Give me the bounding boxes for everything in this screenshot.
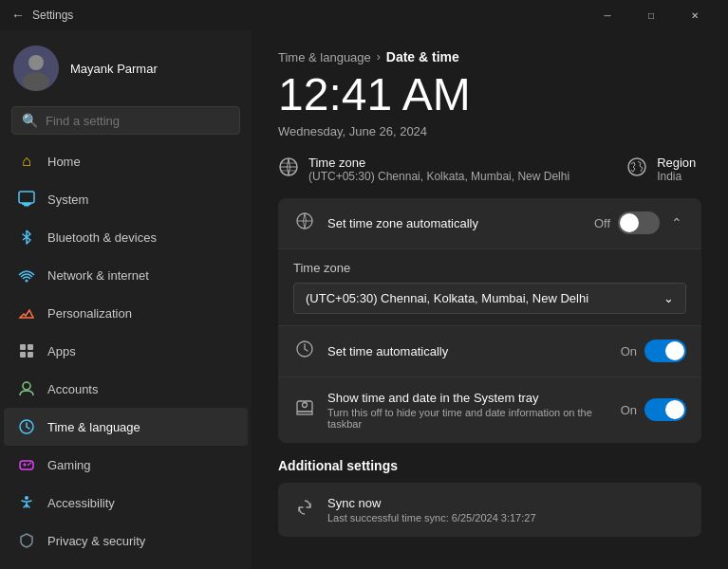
sidebar-nav: ⌂ Home System Bluetooth & devices Netwo [0, 142, 252, 569]
set-timezone-auto-status: Off [594, 216, 610, 230]
sidebar-item-label: Privacy & security [47, 534, 145, 548]
timezone-dropdown[interactable]: (UTC+05:30) Chennai, Kolkata, Mumbai, Ne… [293, 283, 686, 314]
search-icon: 🔍 [22, 113, 38, 128]
avatar [13, 46, 59, 91]
sidebar-item-label: Time & language [47, 420, 140, 434]
maximize-button[interactable]: □ [629, 0, 673, 30]
minimize-button[interactable]: ─ [586, 0, 629, 30]
system-icon [17, 190, 36, 209]
svg-point-23 [303, 402, 308, 407]
set-timezone-auto-control: Off ⌃ [594, 211, 686, 234]
svg-rect-4 [24, 205, 29, 207]
svg-point-11 [23, 382, 30, 390]
set-time-auto-status: On [621, 344, 637, 358]
svg-point-2 [23, 72, 49, 91]
svg-rect-5 [22, 203, 31, 205]
titlebar: ← Settings ─ □ ✕ [0, 0, 728, 30]
content-area: Time & language › Date & time 12:41 AM W… [252, 30, 728, 569]
sidebar-item-gaming[interactable]: Gaming [4, 446, 248, 484]
region-label: Region [657, 156, 696, 170]
accounts-icon [17, 379, 36, 398]
current-date-display: Wednesday, June 26, 2024 [278, 124, 701, 138]
svg-point-6 [26, 280, 28, 283]
set-timezone-auto-chevron[interactable]: ⌃ [667, 213, 686, 232]
sync-icon [293, 498, 316, 522]
sidebar-item-label: Apps [47, 344, 76, 358]
show-systray-label: Show time and date in the System tray [327, 391, 609, 405]
user-name: Mayank Parmar [70, 62, 158, 76]
privacy-icon [17, 531, 36, 550]
user-profile[interactable]: Mayank Parmar [0, 30, 252, 102]
app-body: Mayank Parmar 🔍 ⌂ Home System [0, 30, 728, 569]
personalization-icon [17, 303, 36, 322]
timezone-section-label: Time zone [293, 261, 686, 275]
sidebar-item-bluetooth[interactable]: Bluetooth & devices [4, 218, 248, 256]
search-container: 🔍 [0, 102, 252, 142]
timezone-label: Time zone [308, 156, 569, 170]
breadcrumb-parent: Time & language [278, 50, 371, 64]
show-systray-status: On [621, 403, 637, 417]
toggle-thumb [665, 341, 684, 360]
show-systray-icon [293, 398, 316, 422]
svg-point-1 [28, 55, 44, 70]
svg-rect-7 [20, 344, 26, 350]
svg-rect-9 [20, 352, 26, 358]
set-timezone-auto-label: Set time zone automatically [327, 216, 583, 230]
home-icon: ⌂ [17, 152, 36, 171]
sidebar-item-time[interactable]: Time & language [4, 408, 248, 446]
sidebar-item-label: Accounts [47, 382, 98, 396]
set-time-auto-toggle[interactable] [644, 340, 686, 362]
sidebar-item-home[interactable]: ⌂ Home [4, 142, 248, 180]
set-timezone-auto-toggle[interactable] [618, 211, 660, 234]
svg-rect-3 [19, 192, 34, 203]
accessibility-icon [17, 493, 36, 512]
sidebar: Mayank Parmar 🔍 ⌂ Home System [0, 30, 252, 569]
window-controls: ─ □ ✕ [586, 0, 717, 30]
sync-now-label: Sync now [327, 496, 686, 510]
close-button[interactable]: ✕ [673, 0, 717, 30]
settings-panel: Set time zone automatically Off ⌃ Time z… [278, 198, 701, 443]
set-time-auto-control: On [621, 340, 686, 362]
sidebar-item-privacy[interactable]: Privacy & security [4, 522, 248, 560]
sidebar-item-accounts[interactable]: Accounts [4, 370, 248, 408]
toggle-thumb [620, 213, 639, 232]
svg-point-15 [29, 463, 31, 465]
timezone-value: (UTC+05:30) Chennai, Kolkata, Mumbai, Ne… [308, 170, 569, 183]
sidebar-item-accessibility[interactable]: Accessibility [4, 484, 248, 522]
svg-point-14 [28, 464, 29, 466]
back-button[interactable]: ← [11, 8, 25, 23]
set-timezone-auto-row: Set time zone automatically Off ⌃ [278, 198, 701, 249]
sync-now-row: Sync now Last successful time sync: 6/25… [278, 483, 701, 537]
sidebar-item-label: Network & internet [47, 268, 149, 283]
set-timezone-icon [293, 211, 316, 235]
sidebar-item-label: Home [47, 155, 81, 169]
timezone-icon [278, 156, 299, 182]
svg-rect-13 [20, 461, 33, 469]
sidebar-item-apps[interactable]: Apps [4, 332, 248, 370]
current-time-display: 12:41 AM [278, 70, 701, 120]
set-time-auto-label: Set time automatically [327, 344, 609, 358]
search-box[interactable]: 🔍 [11, 106, 240, 135]
show-systray-toggle[interactable] [644, 398, 686, 421]
network-icon [17, 266, 36, 284]
svg-rect-8 [28, 344, 33, 350]
titlebar-title: Settings [32, 9, 73, 22]
show-systray-control: On [621, 398, 686, 421]
svg-rect-10 [28, 352, 33, 358]
search-input[interactable] [46, 114, 230, 128]
sync-now-panel: Sync now Last successful time sync: 6/25… [278, 483, 701, 537]
sidebar-item-label: Personalization [47, 306, 132, 321]
sidebar-item-network[interactable]: Network & internet [4, 256, 248, 294]
additional-settings-header: Additional settings [278, 458, 701, 473]
timezone-dropdown-value: (UTC+05:30) Chennai, Kolkata, Mumbai, Ne… [306, 291, 588, 305]
time-icon [17, 417, 36, 436]
sidebar-item-update[interactable]: Windows Update [4, 560, 248, 569]
set-time-auto-icon [293, 340, 316, 363]
region-card: Region India [626, 156, 696, 183]
sidebar-item-personalization[interactable]: Personalization [4, 294, 248, 332]
sidebar-item-system[interactable]: System [4, 180, 248, 218]
set-time-auto-row: Set time automatically On [278, 326, 701, 377]
svg-rect-22 [297, 412, 312, 414]
sidebar-item-label: Bluetooth & devices [47, 230, 157, 245]
show-systray-sub: Turn this off to hide your time and date… [327, 407, 609, 430]
